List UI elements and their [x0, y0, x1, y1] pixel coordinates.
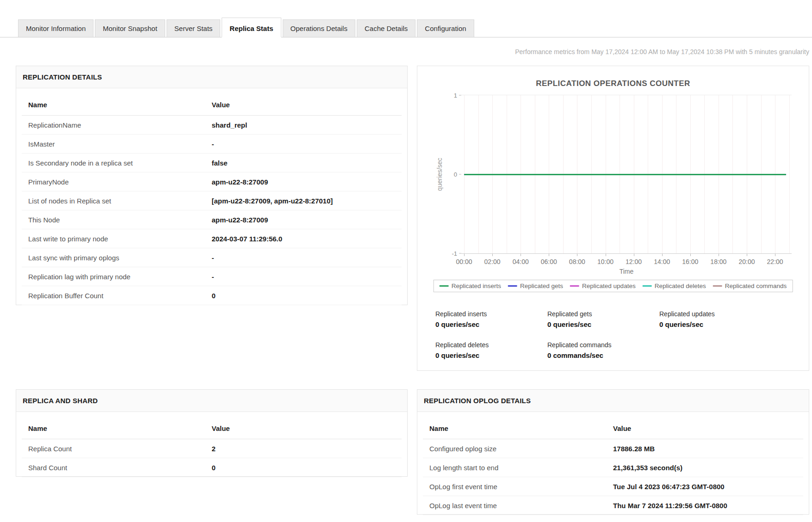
replica-and-shard-panel: REPLICA AND SHARD NameValueReplica Count…	[16, 389, 408, 477]
row-name: Last write to primary node	[22, 235, 212, 243]
stat-value: 0 queries/sec	[435, 320, 547, 328]
row-value: 2024-03-07 11:29:56.0	[212, 235, 402, 243]
tab-operations-details[interactable]: Operations Details	[283, 19, 355, 37]
legend-swatch-icon	[570, 285, 579, 287]
table-row: ReplicationNameshard_repl	[22, 116, 402, 135]
stat-label: Replicated commands	[547, 341, 659, 349]
table-row: Last write to primary node2024-03-07 11:…	[22, 229, 402, 248]
row-name: OpLog last event time	[423, 502, 613, 510]
table-header-row: NameValue	[22, 418, 402, 439]
tab-monitor-information[interactable]: Monitor Information	[18, 19, 93, 37]
table-header-row: NameValue	[423, 418, 803, 439]
replica-and-shard-table: NameValueReplica Count2Shard Count0	[16, 412, 407, 477]
row-value: -	[212, 254, 402, 262]
row-name: Is Secondary node in a replica set	[22, 159, 212, 167]
x-tick-label: 10:00	[597, 258, 614, 265]
row-name: Replication lag with primary node	[22, 273, 212, 281]
x-tick-label: 16:00	[682, 258, 698, 265]
chart-title: REPLICATION OPERATIONS COUNTER	[417, 79, 809, 88]
table-row: OpLog first event timeTue Jul 4 2023 06:…	[423, 477, 803, 496]
x-tick-mark	[464, 254, 465, 256]
tab-configuration[interactable]: Configuration	[417, 19, 474, 37]
x-tick-label: 12:00	[626, 258, 642, 265]
legend-item-replicated-inserts[interactable]: Replicated inserts	[440, 282, 501, 289]
column-header-name: Name	[22, 101, 212, 109]
tab-monitor-snapshot[interactable]: Monitor Snapshot	[95, 19, 165, 37]
chart-stat-replicated-inserts: Replicated inserts0 queries/sec	[435, 310, 547, 328]
stat-label: Replicated gets	[547, 310, 659, 318]
chart-stat-replicated-commands: Replicated commands0 commands/sec	[547, 341, 659, 359]
replication-details-panel: REPLICATION DETAILS NameValueReplication…	[16, 66, 408, 305]
x-tick-mark	[662, 254, 663, 256]
x-tick-label: 08:00	[569, 258, 585, 265]
row-name: PrimaryNode	[22, 178, 212, 186]
stat-value: 0 queries/sec	[547, 320, 659, 328]
row-name: Replica Count	[22, 445, 212, 453]
tab-bar: Monitor InformationMonitor SnapshotServe…	[0, 14, 812, 37]
x-tick-mark	[521, 254, 521, 256]
legend-item-replicated-updates[interactable]: Replicated updates	[570, 282, 636, 289]
legend-item-replicated-deletes[interactable]: Replicated deletes	[643, 282, 706, 289]
legend-item-replicated-gets[interactable]: Replicated gets	[508, 282, 563, 289]
row-value: 0	[212, 464, 402, 472]
stat-label: Replicated updates	[659, 310, 771, 318]
legend-label: Replicated deletes	[655, 282, 706, 289]
x-tick-mark	[747, 254, 747, 256]
legend-label: Replicated commands	[725, 282, 787, 289]
column-header-value: Value	[212, 424, 402, 432]
column-header-value: Value	[212, 101, 402, 109]
legend-item-replicated-commands[interactable]: Replicated commands	[713, 282, 787, 289]
stat-label: Replicated inserts	[435, 310, 547, 318]
x-tick-label: 04:00	[513, 258, 529, 265]
row-value: [apm-u22-8:27009, apm-u22-8:27010]	[212, 197, 402, 205]
row-value: 17886.28 MB	[613, 445, 803, 453]
table-header-row: NameValue	[22, 94, 402, 116]
row-value: 21,361,353 second(s)	[613, 464, 803, 472]
x-tick-label: 00:00	[456, 258, 472, 265]
plot-area: queries/sec 10-100:0002:0004:0006:0008:0…	[461, 95, 792, 254]
x-tick-label: 22:00	[767, 258, 783, 265]
table-row: Configured oplog size17886.28 MB	[423, 439, 803, 458]
replication-operations-counter-panel: REPLICATION OPERATIONS COUNTER queries/s…	[417, 66, 809, 371]
row-value: apm-u22-8:27009	[212, 216, 402, 224]
series-line-replicated-inserts	[464, 174, 786, 175]
table-row: IsMaster-	[22, 135, 402, 154]
panel-title: REPLICATION DETAILS	[16, 66, 407, 88]
y-tick-label: 1	[454, 92, 457, 99]
row-value: Tue Jul 4 2023 06:47:23 GMT-0800	[613, 483, 803, 491]
y-tick-mark	[459, 174, 461, 175]
stat-value: 0 commands/sec	[547, 351, 659, 359]
column-header-name: Name	[22, 424, 212, 432]
table-row: Replica Count2	[22, 439, 402, 458]
chart-stat-replicated-deletes: Replicated deletes0 queries/sec	[435, 341, 547, 359]
chart-stat-replicated-updates: Replicated updates0 queries/sec	[659, 310, 771, 328]
legend-swatch-icon	[643, 285, 652, 287]
row-value: apm-u22-8:27009	[212, 178, 402, 186]
table-row: Replication Buffer Count0	[22, 286, 402, 305]
row-name: List of nodes in Replica set	[22, 197, 212, 205]
y-axis-label: queries/sec	[436, 151, 443, 197]
table-row: List of nodes in Replica set[apm-u22-8:2…	[22, 191, 402, 210]
column-header-name: Name	[423, 424, 613, 432]
x-axis-label: Time	[461, 268, 792, 275]
x-tick-mark	[577, 254, 577, 256]
legend-label: Replicated gets	[520, 282, 563, 289]
x-tick-mark	[690, 254, 691, 256]
x-tick-label: 18:00	[710, 258, 726, 265]
table-row: This Nodeapm-u22-8:27009	[22, 210, 402, 229]
row-value: 0	[212, 292, 402, 300]
x-tick-mark	[492, 254, 493, 256]
stat-value: 0 queries/sec	[659, 320, 771, 328]
tab-replica-stats[interactable]: Replica Stats	[222, 18, 281, 37]
row-value: Thu Mar 7 2024 11:29:56 GMT-0800	[613, 502, 803, 510]
row-value: -	[212, 140, 402, 148]
row-name: Log length start to end	[423, 464, 613, 472]
legend-label: Replicated updates	[582, 282, 636, 289]
x-tick-mark	[549, 254, 549, 256]
tab-server-stats[interactable]: Server Stats	[167, 19, 221, 37]
tab-cache-details[interactable]: Cache Details	[357, 19, 415, 37]
panel-title: REPLICATION OPLOG DETAILS	[417, 390, 809, 412]
row-name: This Node	[22, 216, 212, 224]
row-name: OpLog first event time	[423, 483, 613, 491]
gridline	[789, 95, 790, 253]
